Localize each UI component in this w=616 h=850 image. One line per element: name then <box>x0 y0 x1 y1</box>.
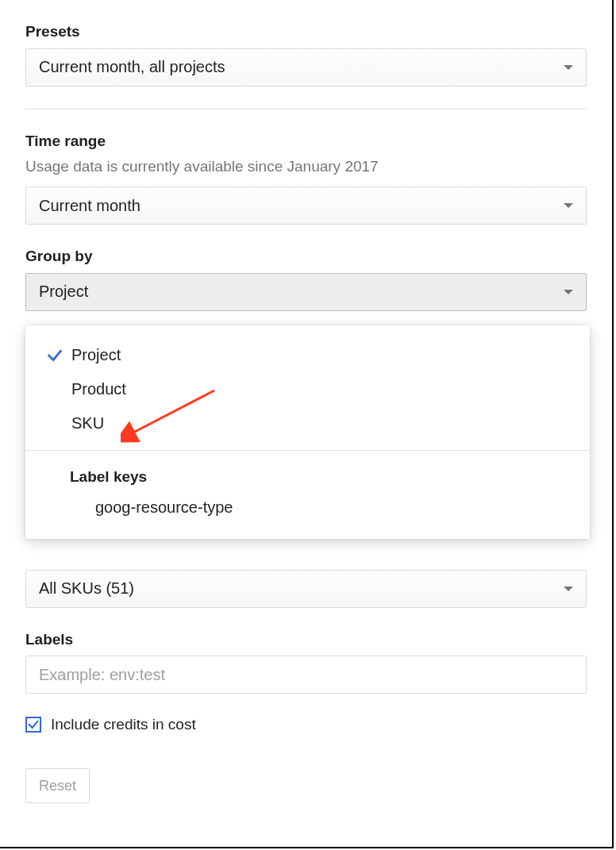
chevron-down-icon <box>564 587 573 591</box>
label-keys-header: Label keys <box>25 460 590 490</box>
section-divider <box>25 109 587 110</box>
dropdown-divider <box>25 450 590 451</box>
presets-label: Presets <box>25 22 587 42</box>
labels-label: Labels <box>25 630 587 650</box>
reset-button-label: Reset <box>39 778 76 794</box>
group-by-section: Group by Project <box>25 247 587 311</box>
option-label: SKU <box>71 414 104 433</box>
group-by-select[interactable]: Project <box>25 273 587 311</box>
group-by-select-value: Project <box>39 283 88 301</box>
labels-section: Labels <box>25 630 587 694</box>
include-credits-row[interactable]: Include credits in cost <box>25 716 587 733</box>
group-by-dropdown: Project Product SKU Label keys goog-reso… <box>25 325 590 539</box>
skus-select-value: All SKUs (51) <box>39 579 134 598</box>
time-range-select-value: Current month <box>39 197 141 215</box>
presets-select[interactable]: Current month, all projects <box>25 48 587 87</box>
time-range-label: Time range <box>25 132 587 152</box>
presets-select-value: Current month, all projects <box>39 58 225 76</box>
filter-panel: Presets Current month, all projects Time… <box>0 0 614 848</box>
skus-section: All SKUs (51) <box>25 570 587 608</box>
group-by-option-project[interactable]: Project <box>25 338 590 372</box>
presets-section: Presets Current month, all projects <box>25 22 587 87</box>
time-range-select[interactable]: Current month <box>25 187 587 225</box>
time-range-section: Time range Usage data is currently avail… <box>25 132 587 225</box>
group-by-label: Group by <box>25 247 587 267</box>
chevron-down-icon <box>564 290 573 294</box>
option-label: Project <box>71 346 121 364</box>
skus-select[interactable]: All SKUs (51) <box>25 570 587 608</box>
option-label: Product <box>71 380 126 398</box>
label-key-option[interactable]: goog-resource-type <box>25 490 590 525</box>
group-by-option-sku[interactable]: SKU <box>25 406 590 440</box>
label-key-option-text: goog-resource-type <box>95 498 233 517</box>
reset-button[interactable]: Reset <box>25 768 90 803</box>
chevron-down-icon <box>564 65 573 70</box>
time-range-sublabel: Usage data is currently available since … <box>25 157 587 177</box>
check-icon <box>27 718 40 731</box>
chevron-down-icon <box>564 203 573 208</box>
labels-input[interactable] <box>25 656 587 694</box>
group-by-option-product[interactable]: Product <box>25 372 590 406</box>
include-credits-label: Include credits in cost <box>51 716 196 733</box>
selected-check-icon <box>44 347 65 364</box>
include-credits-checkbox[interactable] <box>25 717 41 733</box>
